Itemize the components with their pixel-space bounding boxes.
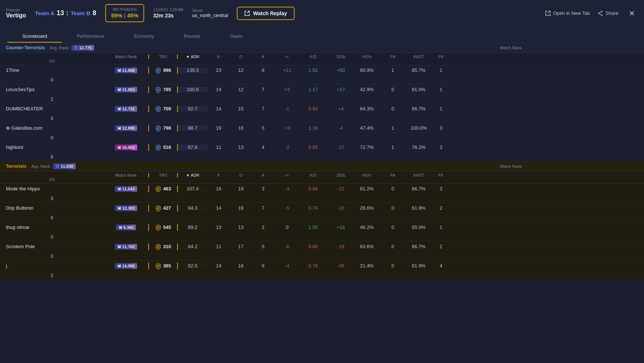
trs-icon [155, 144, 162, 151]
hs-pct-cell: 72.7% [356, 144, 378, 150]
rank-cell: 16,002 [104, 144, 148, 150]
player-rank-badge: 11,083 [115, 87, 137, 93]
team-a-name: Team A [35, 10, 54, 16]
kd-cell: 0.65 [300, 244, 326, 249]
trs-cell: 463 [148, 186, 178, 192]
rank-cell: 12,383 [104, 205, 148, 211]
top-bar-right: Open in New Tab Share ✕ [545, 7, 638, 19]
share-button[interactable]: Share [597, 10, 618, 16]
col-k-t: K [208, 173, 230, 177]
trs-value: 516 [163, 144, 171, 150]
player-name: Mode the Hippo [6, 186, 40, 192]
open-new-tab-button[interactable]: Open in New Tab [545, 10, 590, 16]
k-cell: 23 [208, 67, 230, 73]
share-icon [597, 10, 603, 16]
rank-badge-icon [117, 187, 121, 191]
tab-scoreboard[interactable]: Scoreboard [7, 33, 62, 43]
plus-minus-cell: 0 [274, 224, 300, 230]
col-match-rank: Match Rank [104, 54, 148, 59]
hs-pct-cell: 63.6% [356, 244, 378, 249]
rank-cell: 12,990 [104, 125, 148, 131]
fd-cell: 0 [0, 77, 104, 83]
svg-rect-37 [120, 227, 121, 229]
close-button[interactable]: ✕ [626, 7, 638, 19]
a-cell: 7 [252, 106, 274, 111]
dda-cell: +17 [326, 87, 356, 92]
svg-rect-29 [119, 188, 120, 190]
d-cell: 18 [230, 263, 252, 269]
svg-rect-42 [120, 245, 120, 248]
fa-cell: 0 [378, 106, 408, 111]
fk-cell: 1 [430, 87, 452, 92]
t-col-headers: Match Rank TRS ▼ ADR K D A +/- K/D DDΔ H… [0, 171, 644, 184]
col-kast-t: KAST [408, 173, 430, 177]
t-team-label: Terrorists [6, 164, 26, 169]
kast-cell: 65.0% [408, 224, 430, 230]
win-pct-a: 55% [111, 12, 122, 19]
svg-rect-13 [120, 88, 120, 91]
player-name: thug olimar [6, 224, 30, 230]
a-cell: 3 [252, 186, 274, 192]
a-cell: 4 [252, 144, 274, 150]
k-cell: 11 [208, 244, 230, 249]
hs-pct-cell: 47.4% [356, 125, 378, 131]
svg-rect-17 [120, 107, 120, 110]
watch-replay-button[interactable]: Watch Replay [237, 7, 294, 20]
player-name: Drip Bulbmin [6, 205, 33, 211]
fk-cell: 1 [430, 106, 452, 111]
kd-cell: 0.84 [300, 186, 326, 192]
tab-rounds[interactable]: Rounds [169, 33, 215, 43]
rank-badge-icon [117, 146, 121, 149]
a-cell: 6 [252, 67, 274, 73]
player-name-cell: ⊕ Galesillas.com [0, 125, 104, 131]
trs-icon [155, 186, 162, 192]
col-a-t: A [252, 173, 274, 177]
player-rank-badge: 16,002 [115, 144, 137, 150]
svg-rect-11 [118, 89, 119, 91]
table-row: Drip Bulbmin 12,383 427 94.3 14 19 7 -5 … [0, 203, 644, 222]
dda-cell: +4 [326, 106, 356, 111]
fd-cell: 0 [0, 234, 104, 240]
player-rank-badge: 12,732 [115, 106, 137, 112]
svg-point-0 [601, 11, 602, 12]
kast-cell: 66.7% [408, 244, 430, 249]
trs-value: 545 [163, 224, 171, 230]
ct-col-headers: Match Rank TRS ▼ ADR K D A +/- K/D DDΔ H… [0, 53, 644, 65]
col-trs: TRS [148, 54, 178, 59]
svg-rect-45 [119, 265, 120, 267]
player-name: Scrotem Pole [6, 244, 35, 249]
kd-cell: 0.74 [300, 205, 326, 211]
fa-cell: 1 [378, 144, 408, 150]
kast-cell: 61.9% [408, 263, 430, 269]
team-score: Team A 13 : Team B 8 [35, 9, 96, 17]
tab-economy[interactable]: Economy [119, 33, 169, 43]
player-rank-badge: 11,762 [115, 244, 137, 250]
dda-cell: -35 [326, 263, 356, 269]
ct-match-rank-label: Match Rank [500, 46, 522, 50]
tab-duels[interactable]: Duels [215, 33, 257, 43]
player-name-cell: DUMBCHEATER [0, 106, 104, 111]
rank-badge-icon [117, 88, 121, 91]
rank-cell: 9,365 [104, 224, 148, 230]
player-name-cell: Drip Bulbmin [0, 205, 104, 211]
tab-performance[interactable]: Performance [62, 33, 119, 43]
open-new-tab-label: Open in New Tab [553, 10, 590, 16]
kd-cell: 0.93 [300, 106, 326, 111]
a-cell: 2 [252, 224, 274, 230]
player-rank-badge: 9,365 [116, 224, 136, 230]
trs-cell: 996 [148, 67, 178, 74]
a-cell: 7 [252, 205, 274, 211]
svg-line-4 [600, 13, 601, 15]
svg-rect-19 [118, 127, 119, 129]
col-fd: FD [0, 59, 104, 63]
col-fd-t: FD [0, 177, 104, 182]
kast-cell: 76.2% [408, 144, 430, 150]
kast-cell: 85.7% [408, 67, 430, 73]
player-name-cell: 1Time [0, 67, 104, 73]
fd-cell: 3 [0, 196, 104, 201]
a-cell: 6 [252, 263, 274, 269]
svg-rect-20 [119, 127, 120, 129]
win-sep: : [124, 12, 127, 19]
table-row: Scrotem Pole 11,762 310 84.2 11 17 5 -6 … [0, 242, 644, 261]
player-name-cell: thug olimar [0, 224, 104, 230]
